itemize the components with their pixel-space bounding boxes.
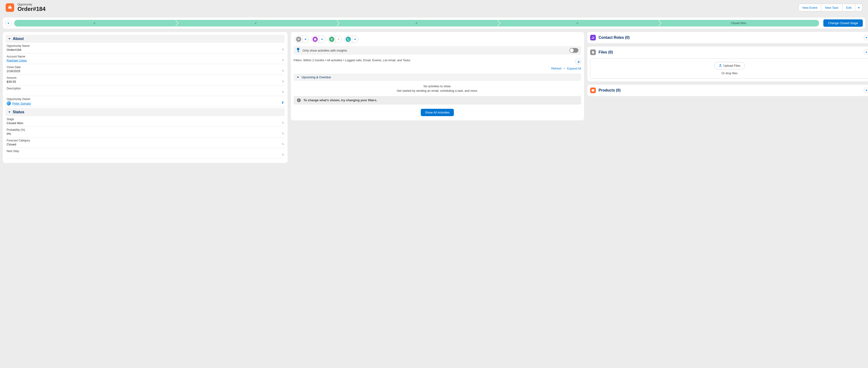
status-section-header[interactable]: Status xyxy=(6,108,285,116)
contact-roles-menu[interactable] xyxy=(864,35,868,40)
insights-toggle-label: Only show activities with insights xyxy=(303,49,347,52)
about-title: About xyxy=(13,37,24,41)
filters-gear-button[interactable] xyxy=(575,58,581,64)
filters-info-bar: i To change what's shown, try changing y… xyxy=(294,96,581,105)
avatar xyxy=(7,101,11,106)
record-name: Order#184 xyxy=(18,6,795,12)
field-description: Description ✎ xyxy=(6,85,285,96)
files-icon xyxy=(590,50,596,55)
field-forecast-category: Forecast Category Closed ✎ xyxy=(6,137,285,148)
edit-pencil-icon[interactable]: ✎ xyxy=(282,69,284,73)
check-icon: ✓ xyxy=(93,21,96,25)
edit-pencil-icon[interactable]: ✎ xyxy=(282,91,284,94)
new-event-button[interactable]: New Event xyxy=(799,4,822,11)
file-dropzone[interactable]: Upload Files Or drop files xyxy=(590,58,868,79)
header-more-button[interactable] xyxy=(856,4,862,11)
new-event-dropdown[interactable] xyxy=(319,36,325,43)
filters-summary: Filters: Within 2 months • All activitie… xyxy=(294,58,572,63)
new-task-dropdown xyxy=(336,36,342,43)
chevron-down-icon xyxy=(297,76,299,79)
stage-expand-button[interactable] xyxy=(5,20,12,27)
check-icon: ✓ xyxy=(576,21,579,25)
log-call-button[interactable] xyxy=(344,36,352,43)
owner-link[interactable]: Peter Spinato xyxy=(12,102,31,105)
chevron-down-icon xyxy=(8,37,11,40)
expand-all-link[interactable]: Expand All xyxy=(567,67,581,70)
products-title[interactable]: Products (0) xyxy=(599,88,861,92)
show-all-activities-button[interactable]: Show All Activities xyxy=(421,109,454,116)
about-section-header[interactable]: About xyxy=(6,35,285,43)
field-opportunity-name: Opportunity Name Order#184 ✎ xyxy=(6,43,285,53)
edit-pencil-icon[interactable]: ✎ xyxy=(282,48,284,51)
field-probability: Probability (%) 0% ✎ xyxy=(6,127,285,137)
new-task-button[interactable]: New Task xyxy=(821,4,842,11)
stage-step-current[interactable]: Closed Won xyxy=(658,20,819,27)
field-close-date: Close Date 2/18/2025 ✎ xyxy=(6,64,285,75)
stage-step[interactable]: ✓ xyxy=(14,20,175,27)
change-closed-stage-button[interactable]: Change Closed Stage xyxy=(823,19,863,27)
stage-path: ✓ ✓ ✓ ✓ Closed Won xyxy=(14,20,819,27)
refresh-link[interactable]: Refresh xyxy=(551,67,562,70)
insights-icon xyxy=(297,49,300,52)
edit-pencil-icon[interactable]: ✎ xyxy=(282,80,284,83)
info-icon: i xyxy=(297,98,301,102)
stage-step[interactable]: ✓ xyxy=(497,20,658,27)
phone-icon xyxy=(346,37,351,42)
edit-pencil-icon[interactable]: ✎ xyxy=(282,143,284,146)
account-name-link[interactable]: Raphael Ugwu xyxy=(7,59,27,62)
field-amount: Amount $39.55 ✎ xyxy=(6,75,285,85)
insights-filter-bar: Only show activities with insights xyxy=(294,46,581,55)
chevron-down-icon xyxy=(8,111,11,114)
files-title[interactable]: Files (0) xyxy=(599,50,861,54)
log-call-dropdown[interactable] xyxy=(352,36,359,43)
status-title: Status xyxy=(13,110,24,114)
opportunity-icon xyxy=(6,3,14,12)
task-list-icon xyxy=(329,37,334,42)
field-next-step: Next Step ✎ xyxy=(6,148,285,159)
edit-pencil-icon[interactable]: ✎ xyxy=(282,132,284,135)
change-owner-icon[interactable] xyxy=(281,101,284,105)
upload-files-button[interactable]: Upload Files xyxy=(714,62,745,69)
calendar-icon xyxy=(313,37,318,42)
email-dropdown[interactable] xyxy=(303,36,309,43)
field-stage: Stage Closed Won ✎ xyxy=(6,116,285,127)
edit-button[interactable]: Edit xyxy=(842,4,856,11)
products-icon xyxy=(590,87,596,93)
new-event-pill-button[interactable] xyxy=(311,36,319,43)
check-icon: ✓ xyxy=(415,21,418,25)
email-button[interactable] xyxy=(294,36,303,43)
field-opportunity-owner: Opportunity Owner Peter Spinato xyxy=(6,96,285,107)
field-account-name: Account Name Raphael Ugwu ✎ xyxy=(6,53,285,64)
drop-hint: Or drop files xyxy=(594,72,866,75)
upload-icon xyxy=(719,64,722,68)
email-icon xyxy=(296,37,301,42)
upcoming-overdue-header[interactable]: Upcoming & Overdue xyxy=(294,74,581,81)
stage-step[interactable]: ✓ xyxy=(336,20,497,27)
caret-down-icon xyxy=(858,7,860,8)
stage-step[interactable]: ✓ xyxy=(175,20,336,27)
products-menu[interactable] xyxy=(864,88,868,93)
edit-pencil-icon[interactable]: ✎ xyxy=(282,153,284,157)
files-menu[interactable] xyxy=(864,50,868,55)
insights-toggle[interactable] xyxy=(569,48,578,53)
contact-roles-title[interactable]: Contact Roles (0) xyxy=(599,35,861,40)
new-task-pill-button[interactable] xyxy=(328,36,336,43)
stage-path-container: ✓ ✓ ✓ ✓ Closed Won Change Closed Stage xyxy=(3,18,865,29)
edit-pencil-icon[interactable]: ✎ xyxy=(282,121,284,125)
contact-roles-icon xyxy=(590,35,596,40)
check-icon: ✓ xyxy=(254,21,257,25)
edit-pencil-icon[interactable]: ✎ xyxy=(282,59,284,62)
no-activities-text: No activities to show. Get started by se… xyxy=(294,81,581,96)
